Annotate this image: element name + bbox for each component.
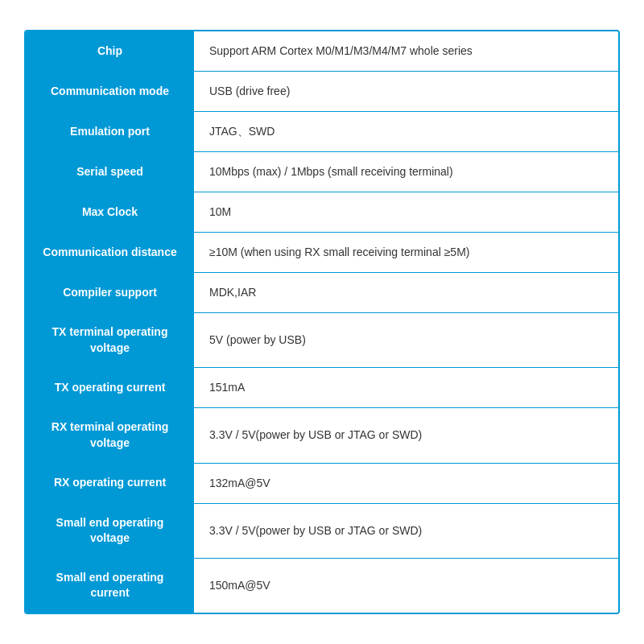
row-label-7: TX terminal operating voltage [26, 313, 195, 367]
row-label-0: Chip [26, 31, 195, 71]
table-row: Communication distance≥10M (when using R… [26, 233, 618, 273]
row-value-4: 10M [195, 192, 618, 232]
table-row: Emulation portJTAG、SWD [26, 112, 618, 152]
table-row: RX operating current132mA@5V [26, 464, 618, 504]
table-row: Communication modeUSB (drive free) [26, 72, 618, 112]
row-label-11: Small end operating voltage [26, 504, 195, 558]
row-label-12: Small end operating current [26, 559, 195, 613]
row-value-1: USB (drive free) [195, 72, 618, 111]
table-row: Serial speed10Mbps (max) / 1Mbps (small … [26, 152, 618, 192]
row-label-9: RX terminal operating voltage [26, 408, 195, 462]
table-row: Max Clock10M [26, 192, 618, 233]
row-label-6: Compiler support [26, 273, 195, 312]
row-value-0: Support ARM Cortex M0/M1/M3/M4/M7 whole … [195, 31, 618, 71]
table-row: Compiler supportMDK,IAR [26, 273, 618, 313]
row-label-4: Max Clock [26, 192, 195, 232]
row-value-10: 132mA@5V [195, 464, 618, 503]
row-value-3: 10Mbps (max) / 1Mbps (small receiving te… [195, 152, 618, 192]
row-label-5: Communication distance [26, 233, 195, 272]
row-value-7: 5V (power by USB) [195, 313, 618, 367]
spec-table: ChipSupport ARM Cortex M0/M1/M3/M4/M7 wh… [24, 30, 620, 614]
row-value-6: MDK,IAR [195, 273, 618, 312]
row-label-1: Communication mode [26, 72, 195, 111]
row-label-8: TX operating current [26, 368, 195, 407]
row-value-8: 151mA [195, 368, 618, 407]
row-value-11: 3.3V / 5V(power by USB or JTAG or SWD) [195, 504, 618, 558]
table-row: Small end operating current150mA@5V [26, 559, 618, 613]
table-row: RX terminal operating voltage3.3V / 5V(p… [26, 408, 618, 463]
row-label-2: Emulation port [26, 112, 195, 151]
row-value-12: 150mA@5V [195, 559, 618, 613]
table-row: TX terminal operating voltage5V (power b… [26, 313, 618, 368]
row-label-10: RX operating current [26, 464, 195, 503]
row-label-3: Serial speed [26, 152, 195, 192]
row-value-5: ≥10M (when using RX small receiving term… [195, 233, 618, 272]
row-value-9: 3.3V / 5V(power by USB or JTAG or SWD) [195, 408, 618, 462]
table-row: ChipSupport ARM Cortex M0/M1/M3/M4/M7 wh… [26, 31, 618, 72]
table-row: TX operating current151mA [26, 368, 618, 408]
row-value-2: JTAG、SWD [195, 112, 618, 151]
table-row: Small end operating voltage3.3V / 5V(pow… [26, 504, 618, 559]
